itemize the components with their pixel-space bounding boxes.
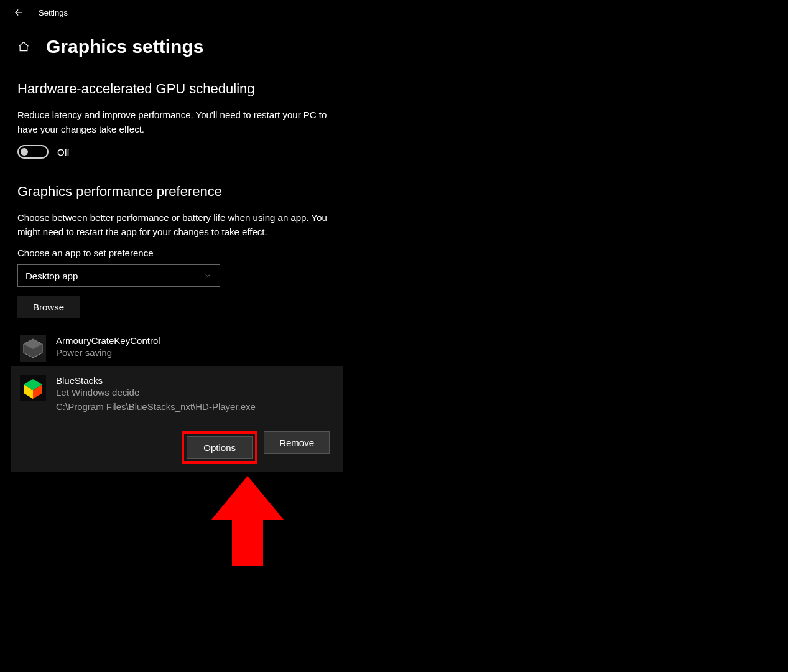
page-header: Graphics settings: [17, 36, 418, 57]
app-info: ArmouryCrateKeyControl Power saving: [56, 335, 415, 360]
armourycrate-icon: [20, 335, 46, 362]
app-path: C:\Program Files\BlueStacks_nxt\HD-Playe…: [56, 400, 335, 414]
perf-section-title: Graphics performance preference: [17, 184, 418, 200]
options-button[interactable]: Options: [187, 436, 253, 459]
card-actions: Options Remove: [17, 431, 337, 464]
browse-button[interactable]: Browse: [17, 296, 80, 318]
annotation-arrow: [210, 476, 418, 571]
choose-app-label: Choose an app to set preference: [17, 248, 418, 258]
gpu-toggle[interactable]: [17, 145, 49, 159]
gpu-section-desc: Reduce latency and improve performance. …: [17, 108, 328, 136]
app-info: BlueStacks Let Windows decide C:\Program…: [56, 375, 335, 414]
toggle-knob: [21, 148, 28, 156]
perf-section-desc: Choose between better performance or bat…: [17, 211, 328, 239]
content-area: Graphics settings Hardware-accelerated G…: [0, 25, 435, 582]
remove-button[interactable]: Remove: [264, 431, 330, 454]
annotation-highlight: Options: [182, 431, 257, 464]
app-type-dropdown[interactable]: Desktop app: [17, 264, 220, 287]
list-item[interactable]: ArmouryCrateKeyControl Power saving: [17, 330, 418, 366]
selected-app-card: BlueStacks Let Windows decide C:\Program…: [11, 366, 343, 472]
list-item[interactable]: BlueStacks Let Windows decide C:\Program…: [17, 375, 337, 414]
back-button[interactable]: [12, 6, 25, 19]
titlebar: Settings: [0, 0, 788, 25]
gpu-section-title: Hardware-accelerated GPU scheduling: [17, 81, 418, 97]
arrow-up-icon: [210, 476, 285, 569]
svg-marker-7: [211, 476, 284, 566]
page-title: Graphics settings: [46, 36, 203, 57]
chevron-down-icon: [203, 271, 212, 280]
bluestacks-icon: [20, 375, 46, 401]
app-icon: [20, 335, 46, 362]
dropdown-value: Desktop app: [25, 271, 78, 281]
app-name: BlueStacks: [56, 375, 335, 386]
gpu-toggle-row: Off: [17, 145, 418, 159]
arrow-left-icon: [13, 7, 24, 18]
app-status: Power saving: [56, 346, 415, 360]
home-button[interactable]: [17, 40, 30, 53]
home-icon: [17, 40, 30, 54]
app-status: Let Windows decide: [56, 386, 335, 400]
app-icon: [20, 375, 46, 401]
app-name: ArmouryCrateKeyControl: [56, 335, 415, 346]
window-title: Settings: [39, 8, 68, 17]
gpu-toggle-label: Off: [57, 147, 70, 157]
